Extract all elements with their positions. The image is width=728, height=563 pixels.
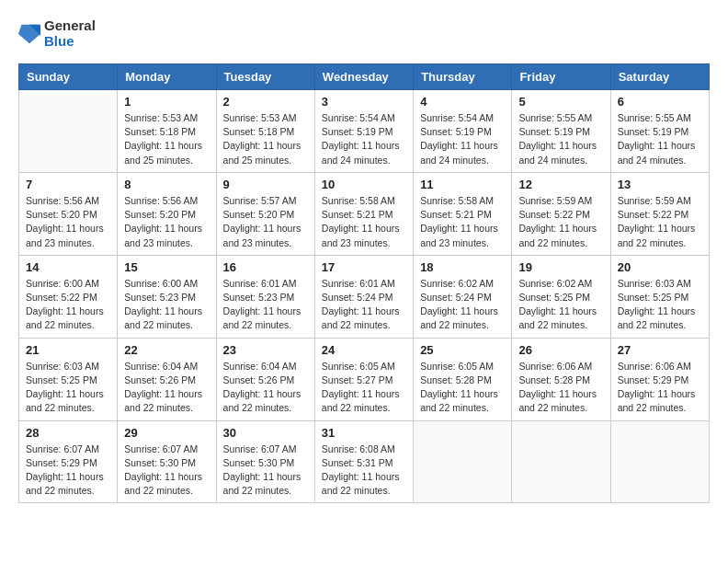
calendar-cell: [19, 90, 118, 173]
calendar-cell: 24Sunrise: 6:05 AM Sunset: 5:27 PM Dayli…: [314, 338, 413, 420]
page-header: General Blue: [18, 18, 710, 49]
day-number: 14: [26, 260, 110, 274]
day-info: Sunrise: 5:59 AM Sunset: 5:22 PM Dayligh…: [518, 194, 603, 250]
calendar-week-3: 14Sunrise: 6:00 AM Sunset: 5:22 PM Dayli…: [19, 255, 710, 338]
day-number: 16: [223, 260, 308, 274]
day-info: Sunrise: 6:08 AM Sunset: 5:31 PM Dayligh…: [322, 442, 406, 499]
calendar-cell: 18Sunrise: 6:02 AM Sunset: 5:24 PM Dayli…: [414, 255, 512, 338]
day-number: 31: [322, 426, 406, 440]
day-number: 1: [124, 95, 209, 109]
weekday-header-sunday: Sunday: [19, 64, 118, 90]
calendar-cell: 27Sunrise: 6:06 AM Sunset: 5:29 PM Dayli…: [610, 338, 709, 420]
day-number: 30: [223, 426, 308, 440]
day-info: Sunrise: 5:59 AM Sunset: 5:22 PM Dayligh…: [618, 194, 702, 250]
logo: General Blue: [18, 18, 96, 49]
calendar-week-1: 1Sunrise: 5:53 AM Sunset: 5:18 PM Daylig…: [19, 90, 710, 173]
calendar-cell: 7Sunrise: 5:56 AM Sunset: 5:20 PM Daylig…: [19, 172, 118, 255]
calendar-cell: 12Sunrise: 5:59 AM Sunset: 5:22 PM Dayli…: [512, 172, 610, 255]
calendar-cell: [414, 420, 512, 503]
day-info: Sunrise: 6:05 AM Sunset: 5:27 PM Dayligh…: [322, 360, 406, 416]
day-info: Sunrise: 5:56 AM Sunset: 5:20 PM Dayligh…: [26, 194, 110, 250]
logo-text: General Blue: [44, 18, 96, 49]
day-info: Sunrise: 5:56 AM Sunset: 5:20 PM Dayligh…: [124, 194, 209, 250]
calendar-cell: [610, 420, 709, 503]
calendar-cell: 29Sunrise: 6:07 AM Sunset: 5:30 PM Dayli…: [118, 420, 216, 503]
day-number: 2: [223, 95, 308, 109]
day-number: 21: [26, 343, 110, 357]
calendar-cell: 25Sunrise: 6:05 AM Sunset: 5:28 PM Dayli…: [414, 338, 512, 420]
calendar-cell: 8Sunrise: 5:56 AM Sunset: 5:20 PM Daylig…: [118, 172, 216, 255]
weekday-header-tuesday: Tuesday: [216, 64, 314, 90]
calendar-cell: 10Sunrise: 5:58 AM Sunset: 5:21 PM Dayli…: [314, 172, 413, 255]
calendar-cell: 3Sunrise: 5:54 AM Sunset: 5:19 PM Daylig…: [314, 90, 413, 173]
day-info: Sunrise: 6:01 AM Sunset: 5:23 PM Dayligh…: [223, 277, 308, 333]
calendar-cell: 6Sunrise: 5:55 AM Sunset: 5:19 PM Daylig…: [610, 90, 709, 173]
day-info: Sunrise: 6:07 AM Sunset: 5:30 PM Dayligh…: [124, 442, 209, 499]
weekday-header-row: SundayMondayTuesdayWednesdayThursdayFrid…: [19, 64, 710, 90]
day-number: 10: [322, 178, 406, 191]
calendar-cell: 14Sunrise: 6:00 AM Sunset: 5:22 PM Dayli…: [19, 255, 118, 338]
calendar-cell: 28Sunrise: 6:07 AM Sunset: 5:29 PM Dayli…: [19, 420, 118, 503]
weekday-header-friday: Friday: [512, 64, 610, 90]
day-number: 8: [124, 178, 209, 191]
calendar-cell: 22Sunrise: 6:04 AM Sunset: 5:26 PM Dayli…: [118, 338, 216, 420]
calendar-cell: 2Sunrise: 5:53 AM Sunset: 5:18 PM Daylig…: [216, 90, 314, 173]
day-number: 25: [420, 343, 505, 357]
day-number: 28: [26, 426, 110, 440]
calendar-cell: 31Sunrise: 6:08 AM Sunset: 5:31 PM Dayli…: [314, 420, 413, 503]
calendar-week-5: 28Sunrise: 6:07 AM Sunset: 5:29 PM Dayli…: [19, 420, 710, 503]
calendar-cell: 15Sunrise: 6:00 AM Sunset: 5:23 PM Dayli…: [118, 255, 216, 338]
day-info: Sunrise: 6:04 AM Sunset: 5:26 PM Dayligh…: [223, 360, 308, 416]
day-info: Sunrise: 6:00 AM Sunset: 5:23 PM Dayligh…: [124, 277, 209, 333]
calendar-cell: 13Sunrise: 5:59 AM Sunset: 5:22 PM Dayli…: [610, 172, 709, 255]
weekday-header-wednesday: Wednesday: [314, 64, 413, 90]
day-number: 6: [618, 95, 702, 109]
day-number: 26: [518, 343, 603, 357]
day-number: 5: [518, 95, 603, 109]
day-number: 17: [322, 260, 406, 274]
day-number: 13: [618, 178, 702, 191]
calendar-cell: 9Sunrise: 5:57 AM Sunset: 5:20 PM Daylig…: [216, 172, 314, 255]
calendar-cell: 21Sunrise: 6:03 AM Sunset: 5:25 PM Dayli…: [19, 338, 118, 420]
calendar-cell: 1Sunrise: 5:53 AM Sunset: 5:18 PM Daylig…: [118, 90, 216, 173]
day-info: Sunrise: 5:53 AM Sunset: 5:18 PM Dayligh…: [223, 111, 308, 167]
day-number: 24: [322, 343, 406, 357]
day-info: Sunrise: 5:53 AM Sunset: 5:18 PM Dayligh…: [124, 111, 209, 167]
day-info: Sunrise: 5:55 AM Sunset: 5:19 PM Dayligh…: [618, 111, 702, 167]
calendar-week-2: 7Sunrise: 5:56 AM Sunset: 5:20 PM Daylig…: [19, 172, 710, 255]
day-info: Sunrise: 5:58 AM Sunset: 5:21 PM Dayligh…: [322, 194, 406, 250]
day-info: Sunrise: 6:01 AM Sunset: 5:24 PM Dayligh…: [322, 277, 406, 333]
weekday-header-saturday: Saturday: [610, 64, 709, 90]
day-number: 12: [518, 178, 603, 191]
day-number: 3: [322, 95, 406, 109]
day-number: 22: [124, 343, 209, 357]
day-number: 20: [618, 260, 702, 274]
day-info: Sunrise: 6:00 AM Sunset: 5:22 PM Dayligh…: [26, 277, 110, 333]
day-info: Sunrise: 6:02 AM Sunset: 5:25 PM Dayligh…: [518, 277, 603, 333]
day-number: 27: [618, 343, 702, 357]
day-number: 7: [26, 178, 110, 191]
day-info: Sunrise: 5:57 AM Sunset: 5:20 PM Dayligh…: [223, 194, 308, 250]
calendar-cell: [512, 420, 610, 503]
calendar-week-4: 21Sunrise: 6:03 AM Sunset: 5:25 PM Dayli…: [19, 338, 710, 420]
calendar-cell: 11Sunrise: 5:58 AM Sunset: 5:21 PM Dayli…: [414, 172, 512, 255]
day-info: Sunrise: 6:07 AM Sunset: 5:30 PM Dayligh…: [223, 442, 308, 499]
calendar-cell: 26Sunrise: 6:06 AM Sunset: 5:28 PM Dayli…: [512, 338, 610, 420]
day-info: Sunrise: 6:04 AM Sunset: 5:26 PM Dayligh…: [124, 360, 209, 416]
day-info: Sunrise: 6:03 AM Sunset: 5:25 PM Dayligh…: [26, 360, 110, 416]
calendar-table: SundayMondayTuesdayWednesdayThursdayFrid…: [18, 63, 710, 503]
day-info: Sunrise: 6:03 AM Sunset: 5:25 PM Dayligh…: [618, 277, 702, 333]
day-number: 9: [223, 178, 308, 191]
day-number: 11: [420, 178, 505, 191]
logo-icon: [18, 21, 40, 47]
calendar-cell: 5Sunrise: 5:55 AM Sunset: 5:19 PM Daylig…: [512, 90, 610, 173]
calendar-cell: 23Sunrise: 6:04 AM Sunset: 5:26 PM Dayli…: [216, 338, 314, 420]
day-info: Sunrise: 6:07 AM Sunset: 5:29 PM Dayligh…: [26, 442, 110, 499]
day-number: 23: [223, 343, 308, 357]
weekday-header-monday: Monday: [118, 64, 216, 90]
day-number: 29: [124, 426, 209, 440]
day-info: Sunrise: 5:54 AM Sunset: 5:19 PM Dayligh…: [322, 111, 406, 167]
day-info: Sunrise: 6:06 AM Sunset: 5:29 PM Dayligh…: [618, 360, 702, 416]
day-number: 15: [124, 260, 209, 274]
day-info: Sunrise: 5:58 AM Sunset: 5:21 PM Dayligh…: [420, 194, 505, 250]
